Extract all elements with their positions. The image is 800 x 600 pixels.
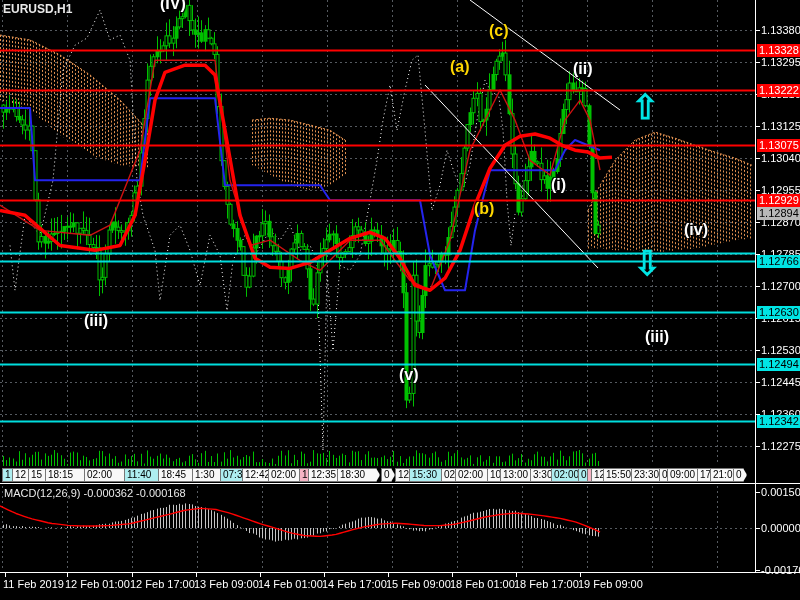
- elliott-wave-label[interactable]: (c): [489, 22, 509, 40]
- chart-symbol-title: EURUSD,H1: [3, 2, 72, 16]
- price-axis-tick-label: 1.13125: [761, 120, 800, 133]
- trading-chart-window: EURUSD,H1 MACD(12,26,9) -0.000362 -0.000…: [0, 0, 800, 600]
- time-axis-label: 12 Feb 17:00: [130, 578, 195, 590]
- price-axis-tick-label: 1.12445: [761, 376, 800, 389]
- price-level-badge-resistance: 1.12929: [757, 194, 800, 207]
- price-axis-tick-label: 1.12275: [761, 440, 800, 453]
- price-axis-tick-label: 1.13295: [761, 56, 800, 69]
- macd-main-value: -0.000362: [83, 487, 133, 499]
- elliott-wave-label[interactable]: (a): [450, 58, 470, 76]
- signal-time-tag[interactable]: 18:30: [337, 468, 380, 482]
- time-axis-label: 15 Feb 09:00: [386, 578, 451, 590]
- time-axis-label: 13 Feb 09:00: [194, 578, 259, 590]
- price-axis-tick-label: 1.13040: [761, 152, 800, 165]
- price-level-badge-current-price: 1.12894: [757, 207, 800, 220]
- elliott-wave-label[interactable]: (iii): [84, 312, 108, 330]
- macd-name: MACD(12,26,9): [4, 487, 80, 499]
- price-axis-tick-label: 1.12700: [761, 280, 800, 293]
- signal-time-tag[interactable]: 12:35: [308, 468, 342, 482]
- price-level-badge-resistance: 1.13222: [757, 84, 800, 97]
- price-level-badge-resistance: 1.13075: [757, 139, 800, 152]
- signal-time-tag[interactable]: 11:40: [124, 468, 163, 482]
- price-level-badge-support: 1.12630: [757, 306, 800, 319]
- time-axis-label: 11 Feb 2019: [3, 578, 64, 590]
- signal-time-tag[interactable]: 02:00: [84, 468, 128, 482]
- price-level-badge-support: 1.12494: [757, 358, 800, 371]
- elliott-wave-label[interactable]: (iii): [645, 328, 669, 346]
- price-axis-tick-label: 1.12530: [761, 344, 800, 357]
- signal-time-tag[interactable]: 13:00: [500, 468, 535, 482]
- up-arrow-icon[interactable]: ⇧: [631, 90, 660, 124]
- elliott-wave-label[interactable]: (iv): [684, 221, 708, 239]
- macd-indicator-label: MACD(12,26,9) -0.000362 -0.000168: [4, 487, 186, 499]
- signal-time-tag[interactable]: 18:15: [45, 468, 88, 482]
- price-level-badge-support: 1.12766: [757, 255, 800, 268]
- time-axis-label: 14 Feb 17:00: [322, 578, 387, 590]
- price-axis-tick-label: 1.13380: [761, 24, 800, 37]
- down-arrow-icon[interactable]: ⇩: [633, 246, 662, 280]
- price-level-badge-resistance: 1.13328: [757, 44, 800, 57]
- elliott-wave-label[interactable]: (IV): [160, 0, 186, 13]
- elliott-wave-label[interactable]: (v): [399, 366, 419, 384]
- macd-signal-value: -0.000168: [136, 487, 186, 499]
- time-axis-label: 19 Feb 09:00: [578, 578, 643, 590]
- price-chart-canvas[interactable]: [0, 0, 800, 600]
- time-axis-label: 14 Feb 01:00: [258, 578, 323, 590]
- signal-time-tag[interactable]: 02:00: [268, 468, 304, 482]
- time-axis-label: 18 Feb 17:00: [514, 578, 579, 590]
- time-axis-label: 18 Feb 01:00: [450, 578, 515, 590]
- signal-time-tag[interactable]: 02:00: [455, 468, 492, 482]
- elliott-wave-label[interactable]: (i): [551, 176, 566, 194]
- macd-axis-tick-label: -0.001763: [761, 564, 800, 577]
- macd-axis-tick-label: 0.000000: [761, 522, 800, 535]
- elliott-wave-label[interactable]: (ii): [573, 60, 593, 78]
- time-axis-label: 12 Feb 01:00: [65, 578, 130, 590]
- signal-time-tag[interactable]: 15:30: [409, 468, 446, 482]
- macd-axis-tick-label: 0.001500: [761, 486, 800, 499]
- elliott-wave-label[interactable]: (b): [474, 200, 494, 218]
- price-level-badge-support: 1.12342: [757, 415, 800, 428]
